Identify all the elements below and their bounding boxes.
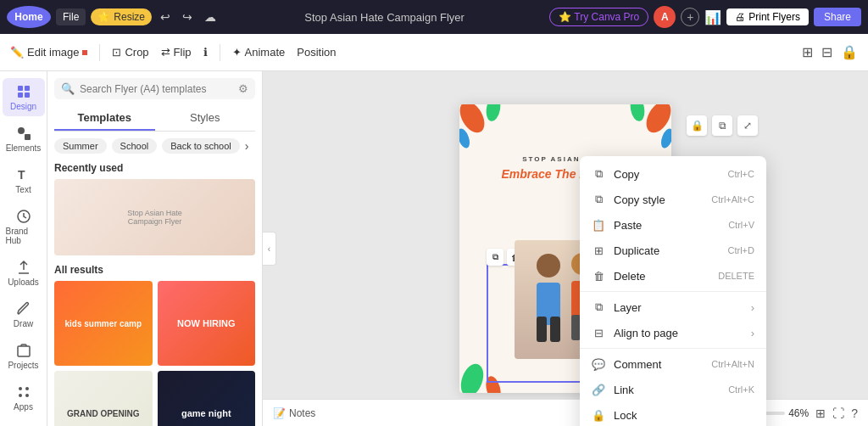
recently-used-title: Recently used (54, 162, 255, 174)
sidebar-item-draw-label: Draw (14, 319, 33, 328)
fullscreen-button[interactable]: ⛶ (832, 406, 844, 420)
template-kids-summer[interactable]: kids summer camp (54, 281, 153, 366)
canvas-expand-icon[interactable]: ⤢ (737, 115, 758, 136)
svg-point-17 (629, 104, 647, 122)
svg-point-12 (25, 394, 29, 397)
text-icon: T (15, 166, 32, 183)
canvas-area: ‹ 🔒 ⧉ ⤢ (263, 71, 868, 426)
filter-pills: Summer School Back to school › (54, 138, 255, 154)
edit-image-button[interactable]: ✏️ Edit image (10, 46, 87, 59)
resize-star-icon: ⭐ (97, 11, 110, 23)
cloud-button[interactable]: ☁ (201, 7, 220, 27)
analytics-button[interactable]: 📊 (704, 9, 721, 25)
top-bar-right: ⭐ Try Canva Pro A + 📊 🖨 Print Flyers Sha… (549, 6, 861, 28)
context-menu: ⧉ Copy Ctrl+C ⧉ Copy style Ctrl+Alt+C 📋 … (580, 156, 766, 426)
print-icon: 🖨 (735, 11, 745, 23)
layer-arrow: › (751, 301, 754, 314)
context-menu-copy[interactable]: ⧉ Copy Ctrl+C (580, 161, 766, 187)
tab-templates[interactable]: Templates (54, 106, 155, 131)
context-menu-delete[interactable]: 🗑 Delete DELETE (580, 263, 766, 289)
draw-icon (15, 300, 32, 317)
pills-more-button[interactable]: › (245, 139, 249, 153)
context-menu-lock[interactable]: 🔒 Lock (580, 402, 766, 426)
tab-styles[interactable]: Styles (155, 106, 256, 131)
template-grand-opening[interactable]: GRAND OPENING (54, 371, 153, 426)
search-input[interactable] (80, 83, 233, 95)
context-menu-layer[interactable]: ⧉ Layer › (580, 294, 766, 320)
layer-menu-icon: ⧉ (592, 300, 605, 314)
grid-icon-button[interactable]: ⊞ (802, 44, 813, 60)
search-icon: 🔍 (61, 82, 75, 95)
pill-back-to-school[interactable]: Back to school (162, 138, 240, 154)
templates-grid: kids summer camp NOW HIRING GRAND OPENIN… (54, 281, 255, 426)
sidebar-item-elements-label: Elements (6, 143, 42, 153)
recently-used-thumb[interactable]: Stop Asian HateCampaign Flyer (54, 179, 255, 255)
help-button[interactable]: ? (851, 406, 858, 420)
animate-button[interactable]: ✦ Animate (232, 46, 286, 59)
copy-menu-icon: ⧉ (592, 167, 605, 181)
share-button[interactable]: Share (814, 8, 861, 26)
context-menu-sep-2 (580, 348, 766, 349)
context-menu-copy-style[interactable]: ⧉ Copy style Ctrl+Alt+C (580, 187, 766, 212)
canvas-lock-icon[interactable]: 🔒 (687, 115, 707, 136)
template-game-night[interactable]: game night (158, 371, 256, 426)
sidebar-item-design[interactable]: Design (3, 78, 45, 116)
filter-icon[interactable]: ⚙ (238, 82, 248, 95)
lock-icon-button[interactable]: 🔒 (841, 44, 858, 60)
svg-point-4 (18, 127, 25, 134)
sidebar-item-brand-hub[interactable]: Brand Hub (3, 203, 45, 250)
home-button[interactable]: Home (7, 6, 51, 28)
sidebar-item-apps[interactable]: Apps (3, 378, 45, 417)
context-menu-duplicate[interactable]: ⊞ Duplicate Ctrl+D (580, 238, 766, 263)
redo-button[interactable]: ↪ (179, 7, 196, 27)
align-arrow: › (751, 327, 754, 339)
context-menu-paste[interactable]: 📋 Paste Ctrl+V (580, 212, 766, 238)
sel-copy-icon[interactable]: ⧉ (487, 249, 504, 266)
sidebar-item-projects[interactable]: Projects (3, 337, 45, 375)
template-now-hiring[interactable]: NOW HIRING (158, 281, 256, 366)
sidebar-item-elements[interactable]: Elements (3, 120, 45, 158)
undo-button[interactable]: ↩ (157, 7, 174, 27)
info-icon: ℹ (203, 46, 208, 59)
design-icon (15, 83, 32, 100)
edit-image-dot (82, 50, 87, 55)
elements-icon (15, 125, 32, 142)
projects-icon (15, 342, 32, 359)
try-canva-button[interactable]: ⭐ Try Canva Pro (549, 8, 648, 26)
info-button[interactable]: ℹ (203, 46, 208, 59)
svg-point-11 (19, 394, 22, 397)
panel-toggle-button[interactable]: ‹ (263, 232, 276, 266)
add-account-button[interactable]: + (681, 8, 699, 26)
avatar[interactable]: A (654, 6, 676, 28)
top-bar: Home File ⭐ Resize ↩ ↪ ☁ Stop Asian Hate… (0, 0, 868, 34)
align-icon-button[interactable]: ⊟ (821, 44, 832, 60)
sidebar-item-draw[interactable]: Draw (3, 295, 45, 334)
svg-rect-25 (537, 317, 547, 342)
crop-button[interactable]: ⊡ Crop (112, 46, 148, 59)
pill-school[interactable]: School (112, 138, 158, 154)
position-button[interactable]: Position (297, 46, 336, 59)
comment-menu-icon: 💬 (592, 357, 605, 371)
fit-view-button[interactable]: ⊞ (815, 406, 826, 420)
duplicate-menu-icon: ⊞ (592, 244, 605, 257)
deco-top-right (612, 104, 671, 164)
context-menu-align[interactable]: ⊟ Align to page › (580, 320, 766, 345)
svg-point-19 (459, 361, 487, 393)
sidebar-item-uploads[interactable]: Uploads (3, 254, 45, 292)
lock-menu-icon: 🔒 (592, 408, 605, 422)
pill-summer[interactable]: Summer (54, 138, 107, 154)
canvas-copy-icon[interactable]: ⧉ (712, 115, 732, 136)
paste-menu-icon: 📋 (592, 218, 605, 232)
flip-button[interactable]: ⇄ Flip (161, 46, 192, 59)
toolbar-separator-1 (99, 44, 100, 61)
delete-menu-icon: 🗑 (592, 269, 605, 283)
file-button[interactable]: File (56, 8, 86, 25)
notes-button[interactable]: 📝 Notes (273, 407, 315, 419)
resize-button[interactable]: ⭐ Resize (91, 8, 152, 25)
sidebar-item-apps-label: Apps (14, 402, 33, 412)
context-menu-comment[interactable]: 💬 Comment Ctrl+Alt+N (580, 351, 766, 377)
svg-rect-2 (18, 92, 23, 98)
context-menu-link[interactable]: 🔗 Link Ctrl+K (580, 377, 766, 402)
sidebar-item-text[interactable]: T Text (3, 161, 45, 199)
print-button[interactable]: 🖨 Print Flyers (726, 8, 809, 25)
